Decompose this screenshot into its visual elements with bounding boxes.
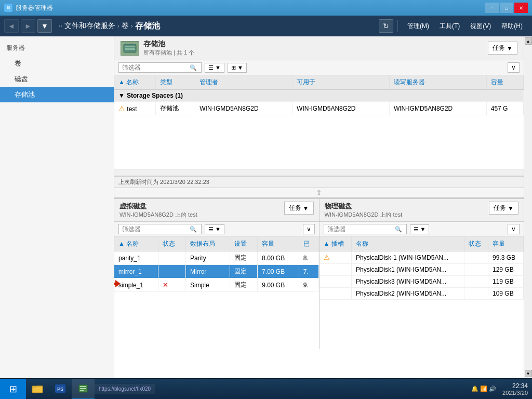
pd-collapse-button[interactable]: ∨: [508, 224, 520, 234]
server-manager-icon: [77, 382, 89, 395]
pool-tasks-button[interactable]: 任务 ▼: [488, 42, 517, 55]
bottom-section: 虚拟磁盘 WIN-IGMD5AN8G2D 上的 test 任务 ▼ 🔍 ☰ ▼: [114, 198, 524, 349]
pd-col-status[interactable]: 状态: [464, 237, 488, 251]
col-readwrite[interactable]: 读写服务器: [389, 75, 486, 90]
pool-search[interactable]: 🔍: [118, 62, 202, 73]
forward-button[interactable]: ►: [21, 19, 35, 33]
pd-search-input[interactable]: [327, 225, 395, 233]
pd-col-name[interactable]: 名称: [352, 237, 464, 251]
sidebar-item-storage-pool[interactable]: 存储池: [0, 87, 114, 102]
last-refresh-text: 上次刷新时间为 2021/3/20 22:32:23: [118, 178, 209, 186]
breadcrumb-volumes: 卷: [122, 21, 129, 31]
pool-scrollbar[interactable]: [114, 169, 524, 176]
breadcrumb-files: ·· 文件和存储服务: [58, 21, 115, 31]
dropdown-button[interactable]: ▼: [37, 19, 52, 33]
pd-view-button[interactable]: ☰ ▼: [410, 224, 430, 234]
resize-handle[interactable]: ⇕: [114, 188, 524, 198]
svg-text:PS: PS: [57, 387, 63, 392]
physical-disk-tasks-button[interactable]: 任务 ▼: [489, 202, 518, 215]
close-button[interactable]: ✕: [514, 3, 528, 13]
pool-title: 存储池: [143, 39, 194, 49]
maximize-button[interactable]: □: [500, 3, 513, 13]
refresh-button[interactable]: ↻: [379, 19, 393, 33]
physical-disk-row[interactable]: PhysicalDisk2 (WIN-IGMD5AN... 109 GB: [320, 288, 524, 300]
vd-col-capacity[interactable]: 容量: [258, 237, 299, 251]
menu-view[interactable]: 视图(V): [465, 20, 496, 33]
vd-col-setting[interactable]: 设置: [230, 237, 257, 251]
physical-disk-title: 物理磁盘: [325, 202, 403, 211]
vd-search[interactable]: 🔍: [118, 224, 202, 234]
sidebar-item-volumes[interactable]: 卷: [0, 56, 114, 71]
sidebar: 服务器 卷 磁盘 存储池: [0, 36, 114, 378]
back-button[interactable]: ◄: [4, 19, 19, 33]
pool-search-input[interactable]: [122, 64, 190, 71]
breadcrumb: ·· 文件和存储服务 › 卷 › 存储池: [54, 21, 377, 32]
svg-rect-1: [125, 46, 135, 47]
menu-tools[interactable]: 工具(T): [434, 20, 465, 33]
scroll-down-button[interactable]: ▼: [525, 370, 532, 377]
start-button[interactable]: ⊞: [0, 379, 26, 400]
physical-disk-table-area: ▲ 插槽 名称 状态 容量 ⚠ PhysicalDisk-1 (WIN-IGMD…: [320, 237, 524, 349]
virtual-disk-table-area: ▲ 名称 状态 数据布局 设置 容量 已 parity_1 Parity 固定: [114, 237, 319, 349]
vd-col-status[interactable]: 状态: [158, 237, 185, 251]
pool-table: ▲ 名称 类型 管理者 可用于 读写服务器 容量 ▼Storage Spaces…: [114, 75, 524, 115]
virtual-disk-tasks-button[interactable]: 任务 ▼: [284, 202, 314, 215]
menu-help[interactable]: 帮助(H): [496, 20, 528, 33]
col-name[interactable]: ▲ 名称: [114, 75, 156, 90]
svg-rect-10: [80, 388, 86, 389]
menu-items: 管理(M) 工具(T) 视图(V) 帮助(H): [402, 20, 528, 33]
vd-search-icon: 🔍: [190, 226, 197, 233]
sidebar-item-servers[interactable]: 服务器: [0, 41, 114, 56]
pool-view-button[interactable]: ☰ ▼: [205, 63, 224, 73]
vd-col-used[interactable]: 已: [299, 237, 318, 251]
taskbar: ⊞ PS https://blogs.net/fix020 🔔 📶 🔊 22:3…: [0, 378, 532, 399]
pool-group-button[interactable]: ⊞ ▼: [228, 63, 247, 73]
taskbar-notification: https://blogs.net/fix020: [95, 384, 155, 394]
virtual-disk-header: 虚拟磁盘 WIN-IGMD5AN8G2D 上的 test 任务 ▼: [114, 199, 319, 222]
content-area: 存储池 所有存储池 | 共 1 个 任务 ▼ 🔍 ☰ ▼ ⊞ ▼ ∨: [114, 36, 524, 378]
vd-collapse-button[interactable]: ∨: [303, 224, 315, 234]
physical-disk-table: ▲ 插槽 名称 状态 容量 ⚠ PhysicalDisk-1 (WIN-IGMD…: [320, 237, 524, 300]
minimize-button[interactable]: －: [485, 3, 499, 13]
pool-search-icon: 🔍: [190, 64, 197, 71]
col-capacity[interactable]: 容量: [486, 75, 523, 90]
taskbar-item-powershell[interactable]: PS: [49, 379, 72, 400]
pd-search[interactable]: 🔍: [324, 224, 407, 234]
col-type[interactable]: 类型: [156, 75, 195, 90]
powershell-icon: PS: [54, 382, 66, 395]
physical-disk-subtitle: WIN-IGMD5AN8G2D 上的 test: [325, 211, 403, 219]
virtual-disk-row[interactable]: mirror_1 Mirror 固定 7.00 GB 7.: [114, 265, 318, 278]
virtual-disk-toolbar: 🔍 ☰ ▼ ∨: [114, 222, 319, 237]
vd-search-input[interactable]: [122, 225, 190, 233]
scroll-up-button[interactable]: ▲: [525, 37, 532, 45]
pool-table-area: ▲ 名称 类型 管理者 可用于 读写服务器 容量 ▼Storage Spaces…: [114, 75, 524, 169]
taskbar-item-file-explorer[interactable]: [26, 379, 49, 400]
col-manager[interactable]: 管理者: [195, 75, 292, 90]
table-row[interactable]: ⚠ test 存储池 WIN-IGMD5AN8G2D WIN-IGMD5AN8G…: [114, 102, 524, 115]
pool-subtitle: 所有存储池 | 共 1 个: [143, 49, 194, 57]
vd-col-name[interactable]: ▲ 名称: [114, 237, 158, 251]
right-scrollbar[interactable]: ▲ ▼: [524, 36, 532, 378]
virtual-disk-row[interactable]: parity_1 Parity 固定 8.00 GB 8.: [114, 251, 318, 265]
menu-manage[interactable]: 管理(M): [402, 20, 434, 33]
pool-status-bar: 上次刷新时间为 2021/3/20 22:32:23: [114, 176, 524, 188]
taskbar-item-server-manager[interactable]: [72, 379, 95, 400]
physical-disk-panel: 物理磁盘 WIN-IGMD5AN8G2D 上的 test 任务 ▼ 🔍 ☰ ▼: [320, 199, 524, 349]
virtual-disk-row[interactable]: simple_1 ✕ Simple 固定 9.00 GB 9.: [114, 278, 318, 292]
physical-disk-row[interactable]: ⚠ PhysicalDisk-1 (WIN-IGMD5AN... 99.3 GB: [320, 251, 524, 264]
notification-text: https://blogs.net/fix020: [99, 386, 151, 392]
taskbar-clock: 🔔 📶 🔊 22:34 2021/3/20: [471, 382, 532, 396]
virtual-disk-title: 虚拟磁盘: [119, 202, 197, 211]
svg-rect-11: [80, 390, 84, 391]
vd-col-layout[interactable]: 数据布局: [186, 237, 230, 251]
sidebar-item-disks[interactable]: 磁盘: [0, 71, 114, 87]
pd-col-capacity[interactable]: 容量: [488, 237, 523, 251]
col-available[interactable]: 可用于: [292, 75, 390, 90]
main-layout: 服务器 卷 磁盘 存储池 存储池 所有存储池 | 共 1 个 任务 ▼: [0, 36, 532, 378]
svg-rect-9: [80, 386, 86, 387]
physical-disk-row[interactable]: PhysicalDisk3 (WIN-IGMD5AN... 119 GB: [320, 276, 524, 288]
pd-col-slot[interactable]: ▲ 插槽: [320, 237, 352, 251]
pool-collapse-button[interactable]: ∨: [508, 62, 520, 73]
physical-disk-row[interactable]: PhysicalDisk1 (WIN-IGMD5AN... 129 GB: [320, 264, 524, 276]
vd-view-button[interactable]: ☰ ▼: [205, 224, 224, 234]
